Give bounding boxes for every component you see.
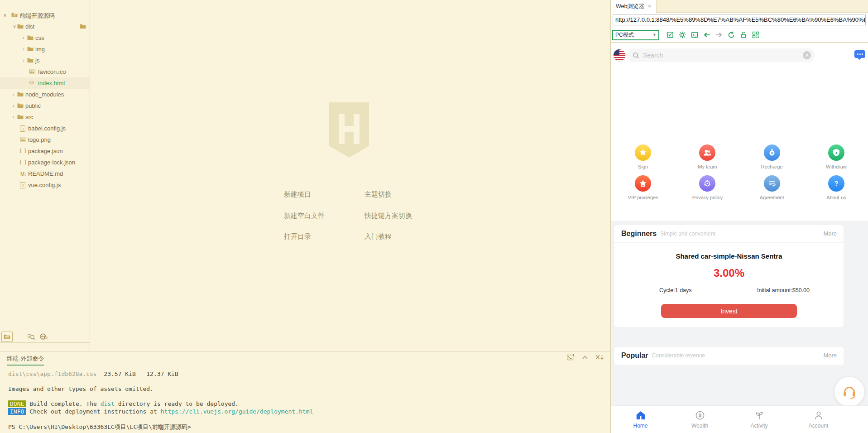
chevron-right-icon[interactable]: › — [23, 46, 24, 53]
tree-item-css[interactable]: ›css — [0, 32, 90, 43]
quick-item-recharge[interactable]: ¥Recharge — [740, 144, 804, 169]
svg-text:M: M — [20, 171, 24, 177]
start-shortcut-5[interactable]: 打开目录 — [284, 232, 311, 241]
locate-folder-icon[interactable] — [80, 24, 86, 29]
globe-icon[interactable] — [39, 332, 48, 341]
terminal-text: directory is ready to be deployed. — [115, 400, 239, 407]
chevron-right-icon[interactable]: › — [13, 114, 14, 120]
terminal-line-1: dist\css\app.f1db628a.css 23.57 KiB 12.3… — [8, 370, 178, 377]
chevron-down-icon[interactable]: ∨ — [13, 23, 16, 30]
console-icon[interactable] — [688, 31, 700, 39]
quick-item-sign[interactable]: Sign — [611, 144, 675, 169]
tree-item-dist[interactable]: ∨dist — [0, 21, 90, 32]
tree-item-package-lock.json[interactable]: [ ]package-lock.json — [0, 157, 90, 168]
more-link[interactable]: More — [823, 230, 837, 237]
tree-item-README.md[interactable]: M↓README.md — [0, 168, 90, 179]
search-input[interactable]: Search ✕ — [627, 48, 815, 62]
json-file-icon: [ ] — [20, 148, 27, 153]
terminal-link[interactable]: https://cli.vuejs.org/guide/deployment.h… — [161, 408, 313, 415]
popular-section: Popular Considerable revenue More — [614, 347, 844, 365]
url-input[interactable]: http://127.0.0.1:8848/%E5%89%8D%E7%AB%AF… — [613, 14, 866, 25]
chevron-right-icon[interactable]: › — [23, 57, 24, 64]
quick-item-vip-privileges[interactable]: VIP privileges — [611, 175, 675, 200]
customer-service-button[interactable] — [834, 377, 864, 407]
start-shortcut-3[interactable]: 新建空白文件 — [284, 212, 325, 220]
tree-item-logo.png[interactable]: logo.png — [0, 134, 90, 145]
browser-toolbar-icons — [664, 31, 762, 39]
quick-item-withdraw[interactable]: ¥Withdraw — [804, 144, 868, 169]
us-flag-icon[interactable] — [613, 49, 626, 62]
start-shortcut-4[interactable]: 快捷键方案切换 — [364, 212, 412, 220]
tree-item-src[interactable]: ›src — [0, 111, 90, 123]
nav-account[interactable]: Account — [789, 406, 848, 433]
tree-item-前端开源源码[interactable]: ∨前端开源源码 — [0, 10, 90, 21]
quick-item-label: VIP privileges — [628, 195, 658, 200]
open-external-icon[interactable] — [664, 31, 676, 39]
nav-activity[interactable]: Activity — [729, 406, 789, 433]
collapse-icon[interactable] — [582, 355, 588, 360]
product-initial-amount: Initial amount:$50.00 — [757, 287, 810, 293]
quick-item-label: Withdraw — [826, 164, 847, 169]
nav-label: Home — [633, 423, 647, 429]
web-page: Search ✕ SignMy team¥Recharge¥Withdraw V… — [611, 43, 868, 433]
product-meta: Cycle:1 days Initial amount:$50.00 — [614, 287, 844, 293]
tree-item-index.html[interactable]: <>index.html — [0, 77, 90, 89]
home-icon — [635, 410, 646, 421]
nav-label: Wealth — [691, 423, 708, 429]
terminal-toolbar — [567, 354, 604, 361]
debug-icon[interactable] — [15, 332, 24, 341]
tree-item-public[interactable]: ›public — [0, 100, 90, 111]
tree-item-babel.config.js[interactable]: Jbabel.config.js — [0, 123, 90, 134]
nav-home[interactable]: Home — [611, 406, 670, 433]
quick-item-privacy-policy[interactable]: Privacy policy — [675, 175, 739, 200]
terminal-panel: 终端-外部命令 dist\css\app.f1db628a.css 23.57 … — [0, 351, 610, 433]
invest-button[interactable]: Invest — [661, 304, 797, 318]
search-icon — [633, 52, 639, 59]
folder-icon — [11, 12, 18, 18]
mode-select[interactable]: PC模式 ▼ — [612, 30, 659, 40]
close-terminal-icon[interactable] — [595, 354, 604, 360]
files-icon[interactable] — [1, 332, 13, 342]
chevron-right-icon[interactable]: › — [13, 102, 14, 109]
quick-item-agreement[interactable]: Agreement — [740, 175, 804, 200]
quick-item-my-team[interactable]: My team — [675, 144, 739, 169]
start-shortcut-2[interactable]: 主题切换 — [364, 190, 392, 199]
terminal-line-3: DONE Build complete. The dist directory … — [8, 400, 239, 407]
browser-tab[interactable]: Web浏览器 × — [611, 0, 657, 13]
chevron-down-icon[interactable]: ∨ — [3, 12, 7, 19]
terminal-badge: DONE — [8, 400, 26, 407]
terminal-text — [97, 370, 104, 377]
back-icon[interactable] — [700, 31, 713, 39]
clear-search-icon[interactable]: ✕ — [803, 51, 811, 59]
svg-text:¥: ¥ — [835, 151, 838, 155]
image-file-icon — [20, 137, 26, 142]
web-browser-panel: Web浏览器 × http://127.0.0.1:8848/%E5%89%8D… — [610, 0, 868, 433]
qrcode-icon[interactable] — [749, 31, 762, 39]
new-terminal-icon[interactable] — [567, 354, 575, 361]
quick-item-about-us[interactable]: ?About us — [804, 175, 868, 200]
lock-icon[interactable] — [737, 31, 749, 39]
tree-item-node_modules[interactable]: ›node_modules — [0, 89, 90, 100]
tree-item-vue.config.js[interactable]: Jvue.config.js — [0, 179, 90, 191]
close-icon[interactable]: × — [648, 3, 651, 10]
tree-item-img[interactable]: ›img — [0, 43, 90, 55]
refresh-icon[interactable] — [725, 31, 737, 39]
quick-item-label: Agreement — [760, 195, 784, 200]
folder-icon — [27, 58, 34, 63]
start-shortcut-6[interactable]: 入门教程 — [364, 232, 392, 241]
chevron-right-icon[interactable]: › — [23, 34, 24, 41]
terminal-tab[interactable]: 终端-外部命令 — [7, 355, 44, 366]
tree-item-favicon.ico[interactable]: favicon.ico — [0, 66, 90, 77]
search-list-icon[interactable] — [27, 332, 36, 341]
chevron-right-icon[interactable]: › — [13, 91, 14, 98]
terminal-link[interactable]: dist — [101, 400, 115, 407]
tree-item-js[interactable]: ›js — [0, 55, 90, 66]
more-link[interactable]: More — [823, 352, 837, 359]
start-shortcut-1[interactable]: 新建项目 — [284, 190, 311, 199]
chat-icon[interactable] — [854, 50, 865, 58]
tree-item-package.json[interactable]: [ ]package.json — [0, 145, 90, 157]
quick-item-label: My team — [698, 164, 717, 169]
forward-icon[interactable] — [713, 31, 725, 39]
nav-wealth[interactable]: $Wealth — [670, 406, 729, 433]
gear-icon[interactable] — [676, 31, 688, 39]
